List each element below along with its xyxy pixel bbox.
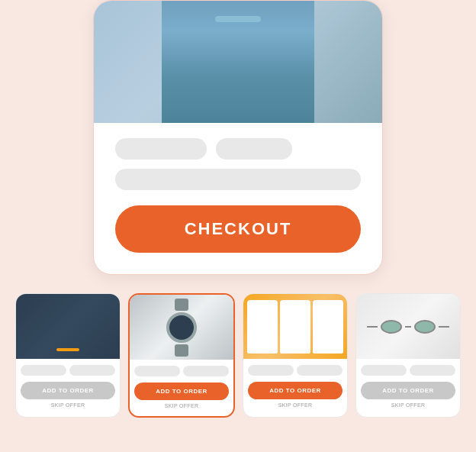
product-skel-7 [361,365,407,376]
add-to-order-sunglasses[interactable]: ADD TO ORDER [361,382,455,399]
glasses-lens-right [414,320,436,334]
product-image-watch [130,295,233,360]
skip-offer-backpack[interactable]: SKIP OFFER [51,402,85,408]
product-skel-row-sunglasses [361,365,455,376]
product-skel-6 [297,365,343,376]
product-skel-3 [134,366,180,376]
skeleton-row-2 [115,169,361,190]
product-image-shirts [243,294,347,359]
jeans-illustration [162,1,314,123]
shirt-1 [247,300,278,354]
glasses-arm-left [367,326,378,328]
glasses-arm-right [439,326,449,328]
skip-offer-watch[interactable]: SKIP OFFER [165,403,199,408]
sunglasses-illustration [356,294,460,359]
skeleton-pill-2 [216,138,292,160]
glasses-lens-left [381,320,402,334]
product-skel-row-backpack [21,365,115,376]
product-skel-8 [410,365,455,376]
product-skel-row-watch [134,366,229,376]
product-skel-4 [183,366,229,376]
card-body: CHECKOUT [94,123,382,253]
watch-illustration [130,295,233,360]
product-card-backpack: ADD TO ORDER SKIP OFFER [15,293,121,418]
products-row: ADD TO ORDER SKIP OFFER ADD TO ORDER SKI… [0,281,476,430]
hero-image [94,1,382,123]
product-card-shirts: ADD TO ORDER SKIP OFFER [243,293,348,418]
glasses-shape [367,320,449,334]
product-card-watch: ADD TO ORDER SKIP OFFER [128,293,235,418]
skeleton-row-1 [115,138,361,160]
product-image-sunglasses [356,294,460,359]
product-skel-5 [248,365,294,376]
skip-offer-shirts[interactable]: SKIP OFFER [278,402,313,408]
backpack-illustration [16,294,120,359]
main-checkout-card: CHECKOUT [93,0,383,275]
add-to-order-backpack[interactable]: ADD TO ORDER [21,382,115,399]
checkout-button[interactable]: CHECKOUT [115,205,361,253]
add-to-order-shirts[interactable]: ADD TO ORDER [248,382,343,399]
product-skel-row-shirts [248,365,343,376]
watch-band-bottom [175,344,188,357]
shirt-3 [313,300,343,354]
product-skel-2 [69,365,115,376]
shirts-illustration [243,294,347,359]
skeleton-pill-3 [115,169,361,190]
watch-band-top [175,299,188,311]
shirt-2 [280,300,310,354]
add-to-order-watch[interactable]: ADD TO ORDER [134,383,229,400]
product-image-backpack [16,294,120,359]
watch-face [166,312,197,343]
glasses-bridge [405,326,411,328]
product-skel-1 [21,365,66,376]
skeleton-pill-1 [115,138,207,160]
skip-offer-sunglasses[interactable]: SKIP OFFER [391,402,426,408]
product-card-sunglasses: ADD TO ORDER SKIP OFFER [355,293,461,418]
